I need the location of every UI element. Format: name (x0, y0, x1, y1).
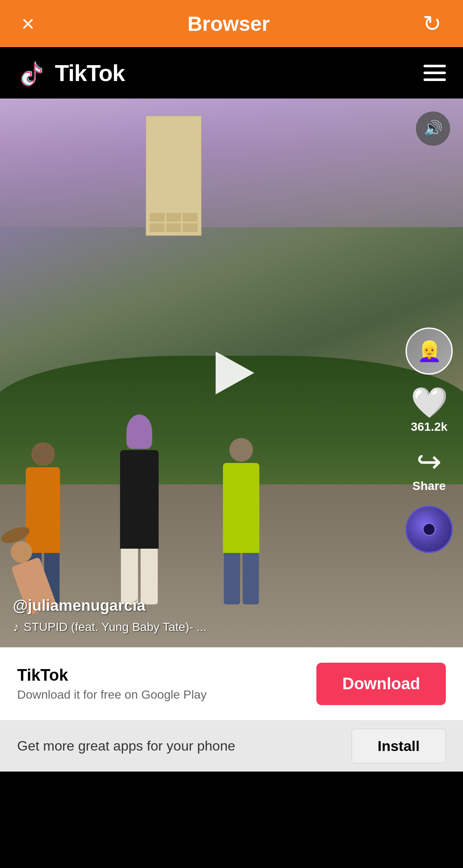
music-note-icon: ♪ (13, 620, 19, 634)
building-main (146, 116, 201, 236)
hamburger-menu-icon[interactable] (424, 65, 446, 81)
play-triangle-icon (216, 351, 254, 394)
tiktok-logo[interactable]: TikTok (17, 58, 125, 88)
person-purple-head (126, 414, 152, 449)
sky-overlay (0, 99, 463, 227)
person-green-body (223, 463, 259, 553)
install-bar: Get more great apps for your phone Insta… (0, 720, 463, 772)
sound-button[interactable]: 🔊 (416, 111, 450, 146)
person-purple-body (120, 450, 159, 549)
creator-username: @juliamenugarcia (13, 597, 394, 615)
person-green (223, 438, 259, 604)
download-banner-info: TikTok Download it for free on Google Pl… (17, 666, 207, 702)
app-subtitle: Download it for free on Google Play (17, 688, 207, 702)
tiktok-logo-icon (17, 58, 47, 88)
song-info: ♪ STUPID (feat. Yung Baby Tate)- ... (13, 620, 394, 634)
tiktok-nav: TikTok (0, 47, 463, 99)
install-text: Get more great apps for your phone (17, 738, 235, 754)
share-icon: ↩ (416, 447, 442, 477)
sound-icon: 🔊 (424, 120, 443, 138)
person-orange-head (31, 442, 55, 466)
like-count: 361.2k (411, 420, 448, 434)
app-name: TikTok (17, 666, 207, 685)
share-label: Share (412, 479, 446, 493)
browser-bar: × Browser ↻ (0, 0, 463, 47)
avatar-emoji: 👱‍♀️ (417, 339, 442, 363)
download-banner: TikTok Download it for free on Google Pl… (0, 647, 463, 720)
refresh-icon[interactable]: ↻ (423, 11, 442, 36)
person-purple-legs (121, 549, 158, 604)
right-actions-panel: 👱‍♀️ 🤍 361.2k ↩ Share (406, 327, 453, 553)
hamburger-line-1 (424, 65, 446, 67)
install-button[interactable]: Install (352, 729, 446, 763)
browser-title: Browser (187, 12, 270, 36)
song-title: STUPID (feat. Yung Baby Tate)- ... (24, 620, 207, 634)
tiktok-name: TikTok (55, 60, 125, 86)
heart-icon: 🤍 (411, 387, 448, 417)
hamburger-line-2 (424, 72, 446, 74)
video-info-overlay: @juliamenugarcia ♪ STUPID (feat. Yung Ba… (13, 597, 394, 634)
share-button[interactable]: ↩ Share (412, 447, 446, 493)
person-purple-hair (120, 414, 159, 604)
creator-avatar[interactable]: 👱‍♀️ (406, 327, 453, 375)
download-button[interactable]: Download (316, 663, 446, 705)
person-green-head (229, 438, 253, 462)
music-disc-center (423, 523, 436, 536)
music-disc[interactable] (406, 506, 453, 553)
hamburger-line-3 (424, 78, 446, 81)
play-button[interactable] (206, 347, 257, 399)
close-icon[interactable]: × (21, 12, 34, 35)
video-player[interactable]: 🔊 👱‍♀️ 🤍 361.2k ↩ Share @juliamenugarcia… (0, 99, 463, 647)
like-button[interactable]: 🤍 361.2k (411, 387, 448, 434)
